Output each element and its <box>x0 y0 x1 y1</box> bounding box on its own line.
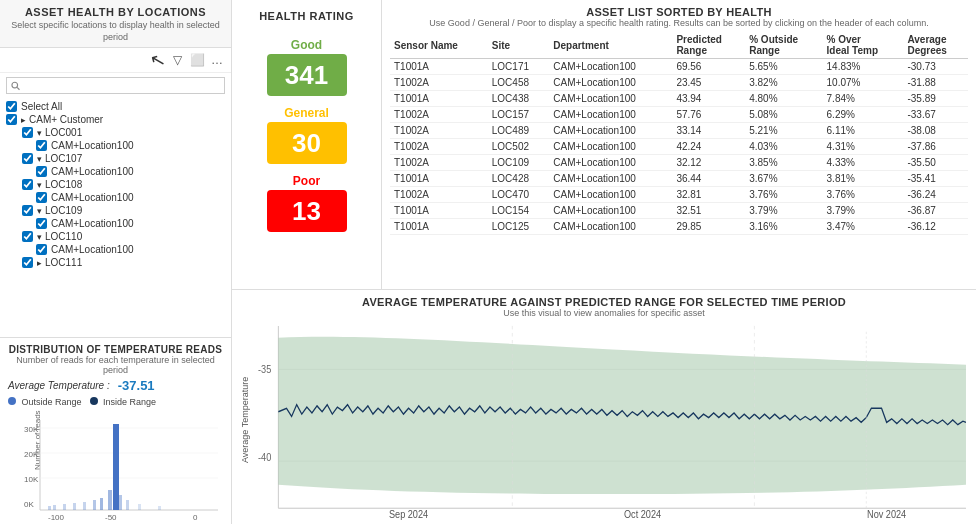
more-icon[interactable]: … <box>209 52 225 68</box>
table-row[interactable]: T1001A LOC154 CAM+Location100 32.51 3.79… <box>390 203 968 219</box>
table-row[interactable]: T1002A LOC157 CAM+Location100 57.76 5.08… <box>390 107 968 123</box>
tree-item-loc109[interactable]: ▾ LOC109 <box>0 204 231 217</box>
cell-dept: CAM+Location100 <box>549 123 672 139</box>
checkbox-loc109[interactable] <box>22 205 33 216</box>
checkbox-loc108[interactable] <box>22 179 33 190</box>
col-over[interactable]: % OverIdeal Temp <box>823 32 904 59</box>
cell-dept: CAM+Location100 <box>549 59 672 75</box>
cell-avg: -33.67 <box>903 107 968 123</box>
cell-avg: -30.73 <box>903 59 968 75</box>
checkbox-loc108-child[interactable] <box>36 192 47 203</box>
tree-item-loc001-child[interactable]: CAM+Location100 <box>0 139 231 152</box>
tree-item-loc107-child[interactable]: CAM+Location100 <box>0 165 231 178</box>
cell-dept: CAM+Location100 <box>549 203 672 219</box>
tree-item-cam-customer[interactable]: ▸ CAM+ Customer <box>0 113 231 126</box>
search-icon <box>11 81 20 91</box>
asset-list-header: ASSET LIST SORTED BY HEALTH Use Good / G… <box>390 6 968 28</box>
cell-sensor: T1002A <box>390 107 488 123</box>
cell-site: LOC125 <box>488 219 550 235</box>
checkbox-loc001[interactable] <box>22 127 33 138</box>
col-site[interactable]: Site <box>488 32 550 59</box>
col-dept[interactable]: Department <box>549 32 672 59</box>
cell-pred: 36.44 <box>672 171 745 187</box>
col-outside[interactable]: % OutsideRange <box>745 32 822 59</box>
tree-item-loc109-child[interactable]: CAM+Location100 <box>0 217 231 230</box>
svg-text:-100: -100 <box>48 513 65 522</box>
table-row[interactable]: T1001A LOC171 CAM+Location100 69.56 5.65… <box>390 59 968 75</box>
checkbox-loc110-child[interactable] <box>36 244 47 255</box>
checkbox-cam-customer[interactable] <box>6 114 17 125</box>
chart-area: -35 -40 Sep 2024 Oct 202 <box>256 320 968 520</box>
col-pred[interactable]: PredictedRange <box>672 32 745 59</box>
table-row[interactable]: T1002A LOC458 CAM+Location100 23.45 3.82… <box>390 75 968 91</box>
cell-dept: CAM+Location100 <box>549 107 672 123</box>
tree-label: LOC001 <box>45 127 82 138</box>
table-row[interactable]: T1002A LOC489 CAM+Location100 33.14 5.21… <box>390 123 968 139</box>
tree-label: LOC109 <box>45 205 82 216</box>
svg-text:0: 0 <box>193 513 198 522</box>
cursor-icon: ↖ <box>149 52 165 68</box>
svg-rect-14 <box>48 506 51 510</box>
right-panel: HEALTH RATING Good 341 General 30 Poor 1… <box>232 0 976 524</box>
cell-dept: CAM+Location100 <box>549 139 672 155</box>
health-rating-panel: HEALTH RATING Good 341 General 30 Poor 1… <box>232 0 382 289</box>
tree-item-select-all[interactable]: Select All <box>0 100 231 113</box>
cell-pred: 57.76 <box>672 107 745 123</box>
cell-dept: CAM+Location100 <box>549 91 672 107</box>
checkbox-loc111[interactable] <box>22 257 33 268</box>
distribution-title: DISTRIBUTION OF TEMPERATURE READS <box>8 344 223 355</box>
tree-label: CAM+Location100 <box>51 218 134 229</box>
search-box[interactable] <box>6 77 225 94</box>
cell-dept: CAM+Location100 <box>549 219 672 235</box>
tree-label: LOC107 <box>45 153 82 164</box>
filter-icon[interactable]: ▽ <box>169 52 185 68</box>
col-sensor[interactable]: Sensor Name <box>390 32 488 59</box>
cell-site: LOC438 <box>488 91 550 107</box>
cell-dept: CAM+Location100 <box>549 187 672 203</box>
asset-health-subtitle: Select specific locations to display hea… <box>8 20 223 43</box>
table-row[interactable]: T1002A LOC470 CAM+Location100 32.81 3.76… <box>390 187 968 203</box>
cell-pred: 43.94 <box>672 91 745 107</box>
avg-temp-chart-title: AVERAGE TEMPERATURE AGAINST PREDICTED RA… <box>240 296 968 308</box>
tree-item-loc111[interactable]: ▸ LOC111 <box>0 256 231 269</box>
tree-item-loc110[interactable]: ▾ LOC110 <box>0 230 231 243</box>
expand-icon: ▸ <box>21 115 26 125</box>
cell-dept: CAM+Location100 <box>549 171 672 187</box>
chart-legend: Outside Range Inside Range <box>8 397 223 407</box>
export-icon[interactable]: ⬜ <box>189 52 205 68</box>
tree-item-loc108-child[interactable]: CAM+Location100 <box>0 191 231 204</box>
table-row[interactable]: T1002A LOC502 CAM+Location100 42.24 4.03… <box>390 139 968 155</box>
table-row[interactable]: T1001A LOC125 CAM+Location100 29.85 3.16… <box>390 219 968 235</box>
tree-item-loc108[interactable]: ▾ LOC108 <box>0 178 231 191</box>
y-axis-label: Average Temperature <box>240 320 254 520</box>
checkbox-loc107[interactable] <box>22 153 33 164</box>
cell-site: LOC470 <box>488 187 550 203</box>
checkbox-loc109-child[interactable] <box>36 218 47 229</box>
legend-outside-range: Outside Range <box>8 397 82 407</box>
table-row[interactable]: T1002A LOC109 CAM+Location100 32.12 3.85… <box>390 155 968 171</box>
svg-point-0 <box>12 82 18 88</box>
svg-text:Oct 2024: Oct 2024 <box>624 508 662 520</box>
tree-item-loc001[interactable]: ▾ LOC001 <box>0 126 231 139</box>
col-avg[interactable]: AverageDegrees <box>903 32 968 59</box>
tree-item-loc110-child[interactable]: CAM+Location100 <box>0 243 231 256</box>
cell-over: 14.83% <box>823 59 904 75</box>
table-row[interactable]: T1001A LOC438 CAM+Location100 43.94 4.80… <box>390 91 968 107</box>
svg-rect-12 <box>108 490 112 510</box>
health-badge-general: 30 <box>267 122 347 164</box>
cell-pred: 32.51 <box>672 203 745 219</box>
tree-item-loc107[interactable]: ▾ LOC107 <box>0 152 231 165</box>
svg-text:30K: 30K <box>24 425 39 434</box>
cell-over: 3.47% <box>823 219 904 235</box>
cell-pred: 29.85 <box>672 219 745 235</box>
checkbox-loc001-child[interactable] <box>36 140 47 151</box>
checkbox-select-all[interactable] <box>6 101 17 112</box>
cell-outside: 3.16% <box>745 219 822 235</box>
top-right: HEALTH RATING Good 341 General 30 Poor 1… <box>232 0 976 290</box>
bottom-right-panel: AVERAGE TEMPERATURE AGAINST PREDICTED RA… <box>232 290 976 524</box>
checkbox-loc107-child[interactable] <box>36 166 47 177</box>
table-row[interactable]: T1001A LOC428 CAM+Location100 36.44 3.67… <box>390 171 968 187</box>
checkbox-loc110[interactable] <box>22 231 33 242</box>
search-input[interactable] <box>23 80 220 91</box>
cell-site: LOC489 <box>488 123 550 139</box>
